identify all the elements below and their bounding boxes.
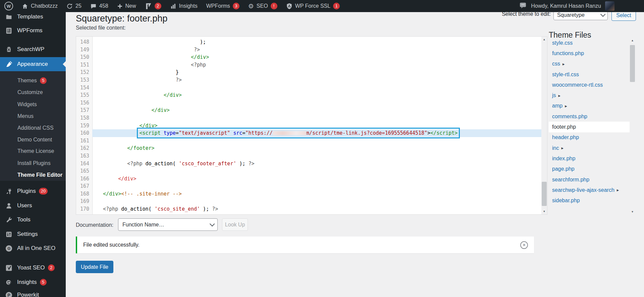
sidebar-item-powerkit[interactable]: P Powerkit — [0, 288, 66, 297]
sidebar-item-settings[interactable]: Settings — [0, 227, 66, 241]
code-line[interactable]: 161 — [76, 137, 541, 145]
theme-file-item[interactable]: searchwp-live-ajax-search▸ — [549, 185, 630, 195]
function-name-dropdown[interactable]: Function Name… — [118, 218, 218, 231]
theme-file-link[interactable]: css — [552, 61, 560, 67]
theme-file-link[interactable]: woocommerce-rtl.css — [552, 82, 603, 88]
sidebar-item-additional-css[interactable]: Additional CSS — [0, 122, 66, 134]
sidebar-item-demo-content[interactable]: Demo Content — [0, 134, 66, 145]
scroll-down-icon[interactable]: ▼ — [630, 209, 635, 215]
theme-file-link[interactable]: searchform.php — [552, 177, 589, 183]
sidebar-item-appearance[interactable]: Appearance — [0, 57, 66, 71]
howdy-menu[interactable]: Howdy, Kamrul Hasan Ranzu — [531, 3, 601, 9]
code-line[interactable]: 152 } — [76, 69, 541, 76]
sidebar-item-install-plugins[interactable]: Install Plugins — [0, 157, 66, 169]
theme-file-item[interactable]: css▸ — [549, 59, 630, 69]
avatar[interactable] — [605, 1, 614, 11]
theme-file-item[interactable]: index.php — [549, 153, 630, 164]
lookup-button[interactable]: Look Up — [222, 218, 248, 231]
theme-file-link[interactable]: inc — [552, 145, 559, 151]
messages-icon[interactable] — [519, 1, 527, 11]
sidebar-item-insights[interactable]: Insights 5 — [0, 275, 66, 289]
code-line[interactable]: 164 <?php do_action( 'csco_footer_after'… — [76, 160, 541, 168]
code-line[interactable]: 169 — [76, 198, 541, 205]
code-line[interactable]: 159 </div> — [76, 122, 541, 130]
sidebar-item-customize[interactable]: Customize — [0, 86, 66, 98]
theme-file-link[interactable]: footer.php — [552, 124, 576, 130]
code-line[interactable]: 153 ?> — [76, 76, 541, 84]
code-line[interactable]: 162 </footer> — [76, 144, 541, 152]
theme-file-link[interactable]: functions.php — [552, 50, 584, 56]
editor-scrollbar-thumb[interactable] — [542, 182, 547, 206]
theme-file-item[interactable]: sidebar.php — [549, 195, 630, 206]
theme-file-item[interactable]: searchform.php — [549, 174, 630, 185]
scroll-up-icon[interactable]: ▲ — [541, 37, 547, 42]
theme-file-link[interactable]: comments.php — [552, 114, 587, 120]
sidebar-item-tools[interactable]: Tools — [0, 213, 66, 227]
folder-expand-icon[interactable]: ▸ — [565, 103, 567, 109]
theme-files-scrollbar-thumb[interactable] — [630, 45, 635, 82]
theme-file-link[interactable]: js — [552, 92, 556, 98]
code-line[interactable]: 154 — [76, 84, 541, 92]
theme-file-link[interactable]: header.php — [552, 134, 579, 140]
code-line[interactable]: 149 ?> — [76, 46, 541, 54]
yoast-menu[interactable]: 2 — [141, 0, 166, 12]
sidebar-item-yoast-seo[interactable]: Yoast SEO 2 — [0, 261, 66, 275]
updates-menu[interactable]: 25 — [62, 0, 86, 12]
code-line[interactable]: 148 ); — [76, 38, 541, 46]
new-content-menu[interactable]: New — [113, 0, 141, 12]
comments-menu[interactable]: 458 — [86, 0, 113, 12]
theme-file-item[interactable]: style.css — [549, 38, 630, 48]
code-line[interactable]: 150 </div> — [76, 53, 541, 61]
sidebar-item-plugins[interactable]: Plugins 20 — [0, 184, 66, 198]
code-line[interactable]: 151 <?php — [76, 61, 541, 69]
update-file-button[interactable]: Update File — [76, 261, 113, 273]
wordpress-menu[interactable]: W — [0, 0, 17, 12]
sidebar-item-theme-license[interactable]: Theme License — [0, 145, 66, 157]
theme-file-link[interactable]: page.php — [552, 166, 575, 172]
code-line[interactable]: 170 <?php do_action( 'csco_site_end' ); … — [76, 205, 541, 213]
code-line[interactable]: 165 — [76, 167, 541, 175]
folder-expand-icon[interactable]: ▸ — [558, 93, 561, 98]
theme-file-item[interactable]: comments.php — [549, 111, 630, 122]
dismiss-notice-icon[interactable]: ✕ — [520, 241, 528, 249]
theme-file-link[interactable]: style.css — [552, 40, 573, 46]
sidebar-item-searchwp[interactable]: SearchWP — [0, 42, 66, 56]
site-name-menu[interactable]: Chatbotzzz — [17, 0, 62, 12]
sidebar-item-theme-file-editor[interactable]: Theme File Editor — [0, 169, 66, 181]
code-line[interactable]: 158 — [76, 114, 541, 122]
theme-file-link[interactable]: index.php — [552, 156, 575, 162]
theme-file-item[interactable]: functions.php — [549, 48, 630, 58]
sidebar-item-themes[interactable]: Themes 5 — [0, 75, 66, 86]
scroll-down-icon[interactable]: ▼ — [541, 209, 547, 214]
code-line[interactable]: 160 <script type="text/javascript" src="… — [76, 129, 541, 137]
theme-file-item[interactable]: woocommerce-rtl.css — [549, 80, 630, 90]
sidebar-item-wpforms[interactable]: WPForms — [0, 24, 66, 38]
code-editor[interactable]: 148 );149 ?>150 </div>151 <?php152 }153 — [76, 36, 547, 215]
theme-file-item[interactable]: page.php — [549, 164, 630, 174]
sidebar-item-menus[interactable]: Menus — [0, 110, 66, 122]
code-line[interactable]: 168 </div><!-- .site-inner --> — [76, 190, 541, 198]
code-line[interactable]: 156 — [76, 99, 541, 107]
theme-file-item[interactable]: footer.php — [549, 122, 630, 132]
folder-expand-icon[interactable]: ▸ — [562, 61, 565, 67]
folder-expand-icon[interactable]: ▸ — [561, 145, 564, 151]
code-line[interactable]: 167 — [76, 182, 541, 190]
theme-file-item[interactable]: js▸ — [549, 90, 630, 100]
seo-menu[interactable]: ⚙ SEO ! — [244, 0, 282, 12]
editor-scrollbar[interactable]: ▲ ▼ — [541, 37, 547, 214]
theme-file-item[interactable]: style-rtl.css — [549, 69, 630, 80]
code-line[interactable]: 166 </div> — [76, 175, 541, 183]
sidebar-item-users[interactable]: Users — [0, 199, 66, 213]
wp-force-ssl-menu[interactable]: WP Force SSL 1 — [282, 0, 344, 12]
theme-file-link[interactable]: style-rtl.css — [552, 72, 579, 78]
theme-file-link[interactable]: searchwp-live-ajax-search — [552, 187, 614, 193]
wpforms-menu[interactable]: WPForms 3 — [202, 0, 244, 12]
sidebar-item-all-in-one-seo[interactable]: ⚙ All in One SEO — [0, 241, 66, 255]
code-line[interactable]: 157 </div> — [76, 107, 541, 114]
code-line[interactable]: 155 </div> — [76, 91, 541, 99]
theme-file-item[interactable]: inc▸ — [549, 143, 630, 153]
theme-file-link[interactable]: amp — [552, 103, 562, 109]
folder-expand-icon[interactable]: ▸ — [617, 187, 619, 193]
code-line[interactable]: 163 — [76, 152, 541, 160]
scroll-up-icon[interactable]: ▲ — [630, 38, 635, 43]
